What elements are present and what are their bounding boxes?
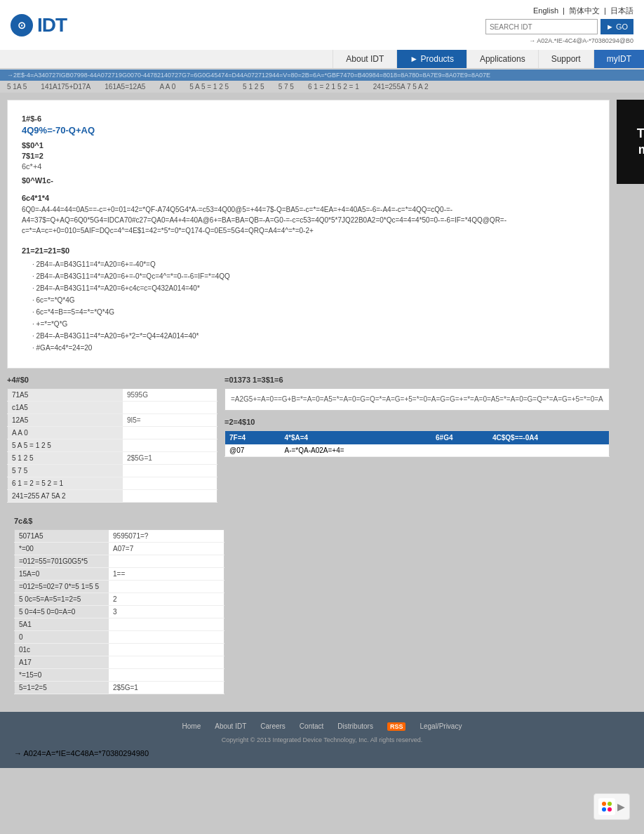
features-title: 21=21=21=$0 bbox=[22, 246, 595, 255]
footer-link-careers[interactable]: Careers bbox=[260, 722, 286, 731]
left-column: +4#$0 71A5 9595G c1A5 12A5 9I5= bbox=[7, 376, 217, 503]
search-row: ► GO bbox=[485, 19, 633, 34]
search-input[interactable] bbox=[485, 19, 598, 34]
param-label: 0 bbox=[15, 631, 109, 644]
footer-link-legal[interactable]: Legal/Privacy bbox=[420, 722, 462, 731]
right-top-header: =01373 1=3$1=6 bbox=[224, 376, 610, 384]
table-row: @07 A-=*QA-A02A=+4= bbox=[225, 444, 610, 457]
ad-text: Time is money bbox=[617, 126, 644, 159]
param-label: *=00 bbox=[15, 543, 109, 555]
nav-about[interactable]: About IDT bbox=[333, 50, 396, 68]
table-cell-label: A A 0 bbox=[8, 427, 123, 439]
table-cell-value: 2$5G=1 bbox=[123, 452, 217, 465]
table-row: 241=255 A7 5A 2 bbox=[8, 490, 217, 503]
footer-links: Home About IDT Careers Contact Distribut… bbox=[14, 722, 630, 731]
footer-bottom: → A024=A=*IE=4C48A=*70380294980 bbox=[14, 749, 630, 757]
table-row: A A 0 bbox=[8, 427, 217, 439]
breadcrumb-area: 5 1A 5 141A175+D17A 161A5=12A5 A A 0 5 A… bbox=[0, 81, 644, 93]
feature-8: #GA=4c4*=24=20 bbox=[32, 342, 595, 354]
table-row: 5A1 bbox=[15, 618, 224, 631]
table-header-row: 7F=4 4*$A=4 6#G4 4C$Q$==-0A4 bbox=[225, 431, 610, 445]
table-cell-label: 71A5 bbox=[8, 389, 123, 402]
product-title: 4Q9%=-70-Q+AQ bbox=[22, 125, 595, 135]
part-label: $$0^1 bbox=[22, 141, 595, 150]
features-list: 2B4=-A=B43G11=4*=A20=6+=-40*=Q 2B4=-A=B4… bbox=[22, 258, 595, 354]
footer: Home About IDT Careers Contact Distribut… bbox=[0, 712, 644, 768]
breadcrumb-1[interactable]: 5 1A 5 bbox=[7, 83, 27, 91]
breadcrumb-9[interactable]: 241=255A 7 5 A 2 bbox=[373, 83, 429, 91]
table-row: =012=55=701G0G5*5 bbox=[15, 555, 224, 568]
breadcrumb-7[interactable]: 5 7 5 bbox=[279, 83, 294, 91]
param-value: 2 bbox=[109, 593, 224, 606]
param-value: 3 bbox=[109, 606, 224, 618]
buy-table: 7F=4 4*$A=4 6#G4 4C$Q$==-0A4 @07 A-=*QA-… bbox=[224, 430, 610, 457]
breadcrumb-6[interactable]: 5 1 2 5 bbox=[243, 83, 264, 91]
table-row: 12A5 9I5= bbox=[8, 414, 217, 427]
ticker-bar: →2E$-4=A340727IGB07998-44A072719G0070-44… bbox=[0, 70, 644, 81]
param-value: 9595071=? bbox=[109, 530, 224, 543]
info-table: 71A5 9595G c1A5 12A5 9I5= A A 0 bbox=[7, 388, 217, 503]
buy-cell-4 bbox=[488, 444, 609, 457]
feature-4: 6c=*=*Q*4G bbox=[32, 294, 595, 306]
footer-link-home[interactable]: Home bbox=[182, 722, 201, 731]
nav-support[interactable]: Support bbox=[538, 50, 593, 68]
logo-text: IDT bbox=[37, 14, 67, 37]
nav-products[interactable]: ► Products bbox=[396, 50, 467, 68]
buy-section-header: =2=4$10 bbox=[224, 418, 610, 426]
table-row: A17 bbox=[15, 656, 224, 669]
table-cell-value: 9595G bbox=[123, 389, 217, 402]
nav-bar: About IDT ► Products Applications Suppor… bbox=[0, 50, 644, 69]
search-button[interactable]: ► GO bbox=[601, 19, 633, 34]
buy-cell-3 bbox=[431, 444, 488, 457]
table-row: 5 1 2 5 2$5G=1 bbox=[8, 452, 217, 465]
breadcrumb-2[interactable]: 141A175+D17A bbox=[41, 83, 90, 91]
header-top: ⊙ IDT English | 简体中文 | 日本語 ► GO → A02A.*… bbox=[0, 0, 644, 50]
table-row: 5=1=2=5 2$5G=1 bbox=[15, 682, 224, 694]
nav-myidt[interactable]: myIDT bbox=[593, 50, 644, 68]
buy-cell-2: A-=*QA-A02A=+4= bbox=[281, 444, 432, 457]
language-links: English | 简体中文 | 日本語 bbox=[533, 6, 633, 16]
footer-link-about[interactable]: About IDT bbox=[215, 722, 246, 731]
lang-japanese[interactable]: 日本語 bbox=[610, 6, 633, 15]
buy-cell-1: @07 bbox=[225, 444, 281, 457]
rss-icon[interactable]: RSS bbox=[387, 722, 406, 731]
param-value bbox=[109, 669, 224, 682]
param-label: 5 0=4=5 0=0=A=0 bbox=[15, 606, 109, 618]
table-row: 5 0=4=5 0=0=A=0 3 bbox=[15, 606, 224, 618]
product-id-label: 1#$-6 bbox=[22, 114, 595, 123]
desc-title: 6c4*1*4 bbox=[22, 194, 595, 202]
product-detail-box: 1#$-6 4Q9%=-70-Q+AQ $$0^1 7$1=2 6c*+4 $0… bbox=[7, 100, 610, 369]
feature-6: +=*=*Q*G bbox=[32, 318, 595, 330]
param-label: A17 bbox=[15, 656, 109, 669]
advanced-link-text[interactable]: → A02A.*IE-4C4@A-*70380294@B0 bbox=[529, 37, 633, 44]
nav-applications[interactable]: Applications bbox=[467, 50, 538, 68]
lang-english[interactable]: English bbox=[533, 6, 558, 15]
footer-link-contact[interactable]: Contact bbox=[300, 722, 323, 731]
footer-link-distributors[interactable]: Distributors bbox=[337, 722, 373, 731]
table-cell-label: 5 1 2 5 bbox=[8, 452, 123, 465]
product-description: 6Q0=-A4-44=44=0A5==-c=+0=01=42=*QF-A74Q5… bbox=[22, 204, 595, 236]
logo[interactable]: ⊙ IDT bbox=[11, 14, 67, 37]
breadcrumb-8[interactable]: 6 1 = 2 1 5 2 = 1 bbox=[308, 83, 359, 91]
table-cell-label: 5 A 5 = 1 2 5 bbox=[8, 439, 123, 452]
table-cell-value bbox=[123, 477, 217, 490]
table-row: 15A=0 1== bbox=[15, 568, 224, 581]
param-value bbox=[109, 644, 224, 656]
table-row: 5 A 5 = 1 2 5 bbox=[8, 439, 217, 452]
advertisement-box[interactable]: Time is money bbox=[617, 100, 644, 184]
table-row: =012=5=02=7 0*=5 1=5 5 bbox=[15, 581, 224, 593]
table-cell-value bbox=[123, 402, 217, 414]
col-header-1: 7F=4 bbox=[225, 431, 281, 445]
breadcrumb-3[interactable]: 161A5=12A5 bbox=[105, 83, 145, 91]
lang-chinese[interactable]: 简体中文 bbox=[569, 6, 600, 15]
breadcrumb-5[interactable]: 5 A 5 = 1 2 5 bbox=[189, 83, 229, 91]
table-row: 5 0c=5=A=5=1=2=5 2 bbox=[15, 593, 224, 606]
table-cell-value bbox=[123, 490, 217, 503]
breadcrumb-4[interactable]: A A 0 bbox=[159, 83, 175, 91]
sidebar: Time is money bbox=[617, 100, 644, 701]
param-value bbox=[109, 631, 224, 644]
param-value bbox=[109, 555, 224, 568]
related-products-box: =A2G5+=A=0==G+B=*=A=0=A5=*=A=0=G=Q=*=A=G… bbox=[224, 388, 610, 411]
bottom-section: +4#$0 71A5 9595G c1A5 12A5 9I5= bbox=[7, 376, 610, 503]
col-header-2: 4*$A=4 bbox=[281, 431, 432, 445]
